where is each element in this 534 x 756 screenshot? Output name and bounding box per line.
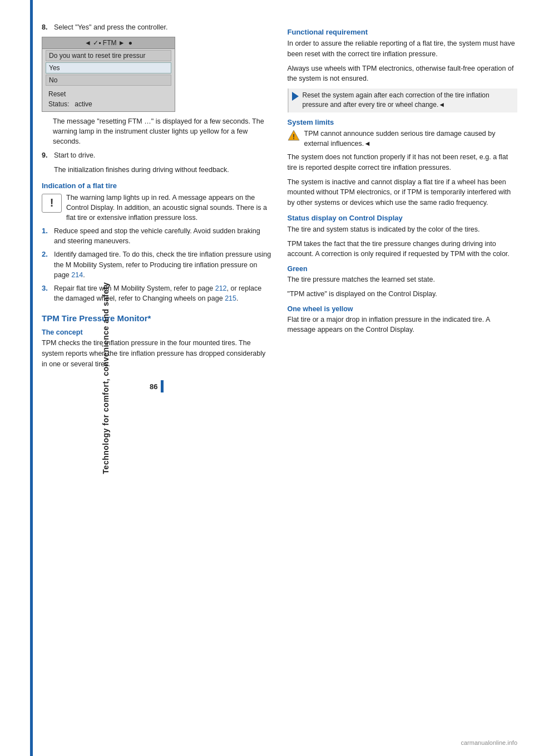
step-8-num: 8. <box>42 22 52 32</box>
functional-req-para2: Always use wheels with TPM electronics, … <box>288 63 518 85</box>
note-triangle-icon <box>292 92 299 101</box>
ftm-menu-question: Do you want to reset tire pressur <box>46 50 171 61</box>
right-column: Functional requirement In order to assur… <box>288 22 518 392</box>
note-box: Reset the system again after each correc… <box>288 89 518 112</box>
flat-tire-item-2: 2. Identify damaged tire. To do this, ch… <box>42 249 272 279</box>
sidebar-text: Technology for comfort, convenience and … <box>101 282 110 474</box>
flat-tire-item-2-num: 2. <box>42 249 52 279</box>
page-number: 86 <box>150 382 161 391</box>
ftm-circle-icon: ● <box>128 39 132 47</box>
step-8-text: Select "Yes" and press the controller. <box>54 22 272 32</box>
step-8: 8. Select "Yes" and press the controller… <box>42 22 272 32</box>
functional-req-heading: Functional requirement <box>288 28 518 36</box>
system-limits-heading: System limits <box>288 118 518 126</box>
green-text1: The tire pressure matches the learned se… <box>288 274 518 285</box>
green-heading: Green <box>288 265 518 273</box>
page-bar <box>161 380 164 392</box>
ftm-reset-label: Reset <box>46 89 171 99</box>
flat-tire-item-3-num: 3. <box>42 283 52 303</box>
flat-tire-item-1-num: 1. <box>42 226 52 246</box>
status-display-para2: TPM takes the fact that the tire pressur… <box>288 239 518 260</box>
ftm-header-text: ◄ ✓▪ FTM ► <box>85 39 125 47</box>
tpm-section-title: TPM Tire Pressure Monitor* <box>42 313 272 323</box>
ftm-menu-no: No <box>46 75 171 86</box>
step-9-text: Start to drive. <box>54 150 272 160</box>
main-content: 8. Select "Yes" and press the controller… <box>42 22 517 392</box>
page-link-214[interactable]: 214 <box>71 271 83 279</box>
step-9: 9. Start to drive. <box>42 150 272 160</box>
system-limits-para2: The system is inactive and cannot displa… <box>288 177 518 208</box>
watermark: carmanualonline.info <box>461 739 517 746</box>
flat-tire-item-1-text: Reduce speed and stop the vehicle carefu… <box>54 226 272 246</box>
page-container: Technology for comfort, convenience and … <box>0 0 534 756</box>
concept-text: TPM checks the tire inflation pressure i… <box>42 338 272 369</box>
system-limits-para1: The system does not function properly if… <box>288 152 518 173</box>
blue-bar <box>30 0 33 756</box>
one-wheel-text: Flat tire or a major drop in inflation p… <box>288 315 518 336</box>
page-link-212[interactable]: 212 <box>215 284 227 292</box>
left-column: 8. Select "Yes" and press the controller… <box>42 22 272 392</box>
ftm-body: Do you want to reset tire pressur Yes No… <box>42 49 175 111</box>
page-number-area: 86 <box>42 380 272 392</box>
warning-icon-box: ! <box>42 194 62 213</box>
flat-tire-warning-text: The warning lamp lights up in red. A mes… <box>66 193 272 223</box>
flat-tire-item-3: 3. Repair flat tire with M Mobility Syst… <box>42 283 272 303</box>
flat-tire-item-2-text: Identify damaged tire. To do this, check… <box>54 249 272 279</box>
page-link-215[interactable]: 215 <box>225 294 236 302</box>
functional-req-para1: In order to assure the reliable reportin… <box>288 38 518 60</box>
note-text: Reset the system again after each correc… <box>303 91 515 110</box>
exclamation-icon: ! <box>50 197 54 209</box>
step-9-num: 9. <box>42 150 52 160</box>
ftm-menu-yes: Yes <box>46 62 171 73</box>
notice-text: The message "resetting FTM …" is display… <box>53 116 272 146</box>
status-display-heading: Status display on Control Display <box>288 214 518 222</box>
green-text2: "TPM active" is displayed on the Control… <box>288 289 518 300</box>
ftm-box: ◄ ✓▪ FTM ► ● Do you want to reset tire p… <box>42 37 175 112</box>
step-9-continuation: The initialization finishes during drivi… <box>54 165 272 175</box>
one-wheel-heading: One wheel is yellow <box>288 305 518 313</box>
status-display-para1: The tire and system status is indicated … <box>288 224 518 235</box>
flat-tire-heading: Indication of a flat tire <box>42 181 272 190</box>
ftm-header: ◄ ✓▪ FTM ► ● <box>42 37 175 49</box>
flat-tire-item-1: 1. Reduce speed and stop the vehicle car… <box>42 226 272 246</box>
system-limits-warning-text: TPM cannot announce sudden serious tire … <box>304 129 518 149</box>
concept-heading: The concept <box>42 328 272 336</box>
system-limits-warning: ! TPM cannot announce sudden serious tir… <box>288 129 518 149</box>
triangle-warning-icon: ! <box>288 130 300 141</box>
svg-text:!: ! <box>293 133 295 141</box>
flat-tire-item-3-text: Repair flat tire with M Mobility System,… <box>54 283 272 303</box>
flat-tire-warning: ! The warning lamp lights up in red. A m… <box>42 193 272 223</box>
ftm-status-label: Status: active <box>46 99 171 109</box>
